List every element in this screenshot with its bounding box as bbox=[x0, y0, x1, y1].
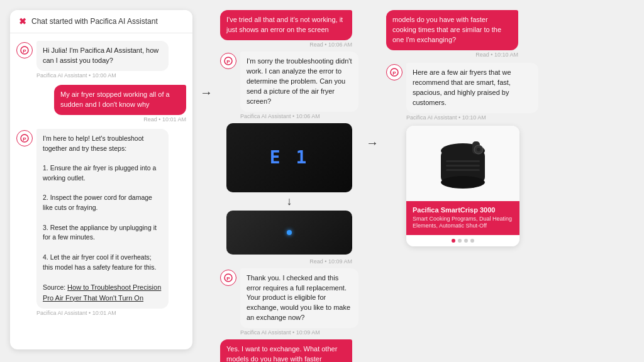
avatar-ai-5: P bbox=[386, 64, 402, 80]
error-screen-image: E 1 bbox=[226, 123, 352, 192]
fryer-bottom-image bbox=[226, 211, 352, 255]
right-col: models do you have with faster cooking t… bbox=[386, 10, 634, 246]
bubble-ai-recommend: Here are a few air fryers that we recomm… bbox=[406, 63, 538, 113]
msg-row-ai-4: P Thank you. I checked and this error re… bbox=[220, 268, 358, 336]
product-name: Pacifica SmartCrisp 3000 bbox=[413, 206, 513, 214]
arrow-down: ↓ bbox=[287, 195, 292, 208]
user-msg-4-text: models do you have with faster cooking t… bbox=[392, 16, 501, 43]
bubble-user-2: I've tried all that and it's not working… bbox=[220, 10, 352, 40]
product-desc: Smart Cooking Programs, Dual Heating Ele… bbox=[413, 216, 513, 230]
dot-3[interactable] bbox=[464, 239, 468, 243]
msg-col-ai-4: Thank you. I checked and this error requ… bbox=[240, 268, 358, 336]
bubble-ai-greeting: Hi Julia! I'm Pacifica AI Assistant, how… bbox=[36, 41, 169, 71]
msg-row-user-3: Yes. I want to exchange. What other mode… bbox=[220, 339, 358, 362]
msg-col-user-3: Yes. I want to exchange. What other mode… bbox=[220, 339, 352, 362]
svg-text:P: P bbox=[226, 58, 230, 64]
product-image-area bbox=[406, 126, 519, 201]
user-msg-1-meta: Read • 10:01 AM bbox=[143, 116, 186, 123]
ai-recommend-meta: Pacifica AI Assistant • 10:10 AM bbox=[406, 114, 538, 121]
middle-col: I've tried all that and it's not working… bbox=[220, 10, 358, 362]
user-msg-2-meta: Read • 10:06 AM bbox=[309, 41, 352, 48]
bubble-ai-troubleshoot: I'm here to help! Let's troubleshoot tog… bbox=[36, 129, 169, 309]
error-display: E 1 bbox=[226, 123, 352, 192]
dot-1[interactable] bbox=[452, 239, 455, 243]
pacifica-logo-icon: ✖ bbox=[19, 16, 26, 26]
chat-panel-1: ✖ Chat started with Pacifica AI Assistan… bbox=[10, 10, 192, 349]
ai-greeting-text: Hi Julia! I'm Pacifica AI Assistant, how… bbox=[43, 47, 158, 64]
msg-row-ai-3: P I'm sorry the troubleshooting didn't w… bbox=[220, 52, 358, 119]
svg-rect-14 bbox=[446, 160, 480, 162]
msg-col-ai-2: I'm here to help! Let's troubleshoot tog… bbox=[36, 129, 169, 316]
svg-rect-15 bbox=[446, 165, 480, 167]
arrow-2: → bbox=[366, 10, 379, 150]
svg-point-18 bbox=[477, 148, 480, 151]
user-msg-3-text: Yes. I want to exchange. What other mode… bbox=[226, 345, 337, 362]
chat-body-1: P Hi Julia! I'm Pacifica AI Assistant, h… bbox=[10, 33, 192, 349]
bubble-user-1: My air fryer stopped working all of a su… bbox=[54, 85, 186, 115]
svg-point-12 bbox=[441, 176, 485, 189]
product-image-svg bbox=[435, 132, 491, 195]
source-label: Source: bbox=[43, 283, 67, 291]
bubble-user-3: Yes. I want to exchange. What other mode… bbox=[220, 339, 352, 362]
ai-picture-text: I'm sorry the troubleshooting didn't wor… bbox=[247, 57, 352, 105]
fryer-power-dot bbox=[287, 230, 292, 235]
msg-row-user-1: My air fryer stopped working all of a su… bbox=[16, 85, 186, 123]
product-card-wrapper: Pacifica SmartCrisp 3000 Smart Cooking P… bbox=[406, 126, 634, 246]
fryer-img-meta: Read • 10:09 AM bbox=[226, 258, 352, 265]
msg-row-ai-5: P Here are a few air fryers that we reco… bbox=[386, 63, 634, 121]
ai-greeting-meta: Pacifica AI Assistant • 10:00 AM bbox=[36, 72, 169, 79]
msg-col-user-2: I've tried all that and it's not working… bbox=[220, 10, 352, 48]
msg-col-ai-1: Hi Julia! I'm Pacifica AI Assistant, how… bbox=[36, 41, 169, 79]
msg-col-ai-3: I'm sorry the troubleshooting didn't wor… bbox=[240, 52, 358, 119]
product-dots bbox=[406, 235, 519, 246]
ai-exchange-text: Thank you. I checked and this error requ… bbox=[247, 274, 350, 322]
avatar-ai-4: P bbox=[220, 270, 236, 286]
user-msg-2-text: I've tried all that and it's not working… bbox=[226, 16, 343, 33]
svg-text:P: P bbox=[23, 48, 26, 54]
arrow-1: → bbox=[200, 10, 213, 100]
svg-text:P: P bbox=[226, 275, 230, 281]
svg-text:P: P bbox=[392, 70, 396, 75]
ai-troubleshoot-meta: Pacifica AI Assistant • 10:01 AM bbox=[36, 310, 169, 316]
bubble-user-4: models do you have with faster cooking t… bbox=[386, 10, 518, 50]
avatar-ai-3: P bbox=[220, 53, 236, 69]
msg-row-ai-1: P Hi Julia! I'm Pacifica AI Assistant, h… bbox=[16, 41, 186, 79]
ai-exchange-meta: Pacifica AI Assistant • 10:09 AM bbox=[240, 329, 358, 336]
msg-row-user-2: I've tried all that and it's not working… bbox=[220, 10, 358, 48]
user-msg-1-text: My air fryer stopped working all of a su… bbox=[60, 90, 170, 108]
avatar-ai-2: P bbox=[16, 130, 33, 146]
msg-row-user-4: models do you have with faster cooking t… bbox=[386, 10, 634, 58]
bubble-ai-exchange: Thank you. I checked and this error requ… bbox=[240, 268, 358, 329]
avatar-ai-1: P bbox=[16, 42, 33, 58]
product-card[interactable]: Pacifica SmartCrisp 3000 Smart Cooking P… bbox=[406, 126, 519, 246]
msg-col-user-1: My air fryer stopped working all of a su… bbox=[54, 85, 186, 123]
ai-picture-meta: Pacifica AI Assistant • 10:06 AM bbox=[240, 113, 358, 119]
ai-recommend-text: Here are a few air fryers that we recomm… bbox=[413, 69, 511, 106]
svg-text:P: P bbox=[23, 136, 26, 141]
chat-header: ✖ Chat started with Pacifica AI Assistan… bbox=[10, 10, 192, 33]
dot-4[interactable] bbox=[470, 239, 474, 243]
msg-row-ai-2: P I'm here to help! Let's troubleshoot t… bbox=[16, 129, 186, 316]
error-image-section: E 1 ↓ Read • 10:09 AM bbox=[220, 123, 358, 265]
user-msg-4-meta: Read • 10:10 AM bbox=[475, 52, 518, 58]
dot-2[interactable] bbox=[458, 239, 462, 243]
msg-col-user-4: models do you have with faster cooking t… bbox=[386, 10, 518, 58]
msg-col-ai-5: Here are a few air fryers that we recomm… bbox=[406, 63, 538, 121]
product-info: Pacifica SmartCrisp 3000 Smart Cooking P… bbox=[406, 201, 519, 235]
svg-rect-16 bbox=[446, 169, 480, 171]
bubble-ai-picture: I'm sorry the troubleshooting didn't wor… bbox=[240, 52, 358, 112]
main-container: ✖ Chat started with Pacifica AI Assistan… bbox=[0, 0, 644, 362]
chat-header-title: Chat started with Pacifica AI Assistant bbox=[31, 17, 158, 26]
error-code: E 1 bbox=[270, 147, 309, 168]
